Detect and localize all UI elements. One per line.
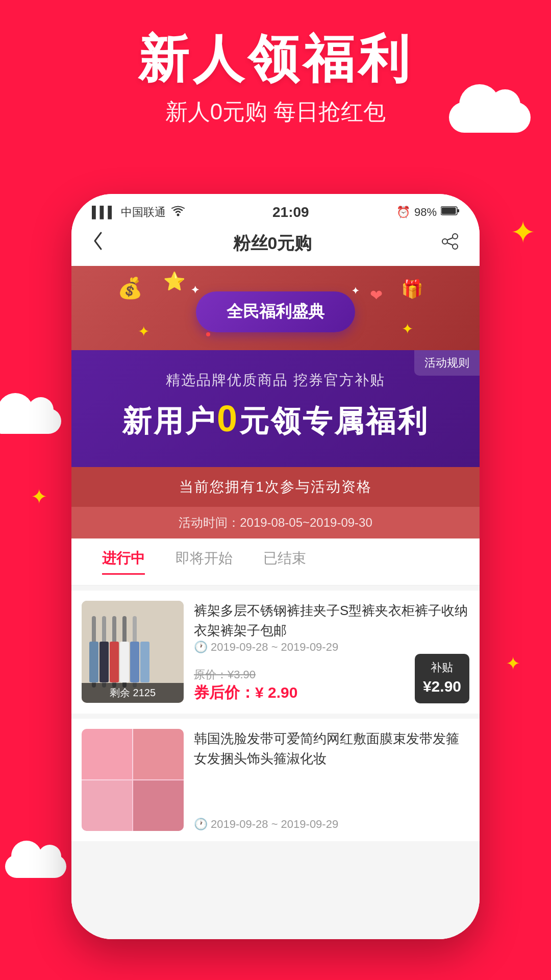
clock-icon-2: 🕐 bbox=[194, 818, 208, 831]
svg-rect-18 bbox=[120, 642, 129, 682]
women-img-cell-3 bbox=[82, 780, 132, 831]
event-badge-container: 全民福利盛典 ✦ bbox=[87, 291, 464, 332]
phone-content: 💰 ⭐ 🎁 ❤ ✦ ✦ 全民福利盛典 ✦ bbox=[71, 266, 480, 939]
hero-subtitle: 新人0元购 每日抢红包 bbox=[0, 97, 551, 127]
product-image-2 bbox=[82, 729, 184, 831]
women-img-cell-2 bbox=[133, 729, 184, 779]
svg-rect-15 bbox=[89, 642, 98, 682]
tab-ended[interactable]: 已结束 bbox=[263, 549, 306, 575]
svg-point-4 bbox=[453, 234, 458, 239]
status-time: 21:09 bbox=[272, 204, 309, 220]
original-price-1: 原价：¥3.90 bbox=[194, 667, 297, 682]
battery-percent: 98% bbox=[414, 206, 437, 219]
promo-subtitle: 精选品牌优质商品 挖券官方补贴 bbox=[92, 371, 459, 390]
phone-mockup: ▌▌▌ 中国联通 21:09 ⏰ 98% bbox=[71, 194, 480, 939]
product-card-1[interactable]: 剩余 2125 裤架多层不锈钢裤挂夹子S型裤夹衣柜裤子收纳衣架裤架子包邮 🕐 2… bbox=[71, 591, 480, 714]
svg-point-0 bbox=[177, 214, 179, 216]
status-right: ⏰ 98% bbox=[396, 206, 459, 219]
svg-rect-3 bbox=[442, 208, 456, 214]
status-bar: ▌▌▌ 中国联通 21:09 ⏰ 98% bbox=[71, 194, 480, 226]
remaining-badge-1: 剩余 2125 bbox=[82, 683, 184, 703]
product-price-row-1: 原价：¥3.90 券后价：¥ 2.90 补贴 ¥2.90 bbox=[194, 654, 469, 703]
discounted-price-1: 券后价：¥ 2.90 bbox=[194, 682, 297, 703]
sparkle-mid-right: ✦ bbox=[506, 653, 520, 674]
product-date-1: 🕐 2019-09-28 ~ 2019-09-29 bbox=[194, 641, 469, 654]
product-date-2: 🕐 2019-09-28 ~ 2019-09-29 bbox=[194, 818, 469, 831]
svg-line-8 bbox=[447, 243, 453, 245]
svg-rect-17 bbox=[110, 642, 119, 682]
product-info-2: 韩国洗脸发带可爱简约网红敷面膜束发带发箍女发捆头饰头箍淑化妆 🕐 2019-09… bbox=[194, 729, 469, 831]
signal-icon: ▌▌▌ bbox=[92, 206, 116, 219]
rules-button[interactable]: 活动规则 bbox=[414, 350, 480, 376]
svg-rect-19 bbox=[130, 642, 139, 682]
tabs-bar: 进行中 即将开始 已结束 bbox=[71, 538, 480, 585]
product-info-1: 裤架多层不锈钢裤挂夹子S型裤夹衣柜裤子收纳衣架裤架子包邮 🕐 2019-09-2… bbox=[194, 601, 469, 703]
event-banner: 💰 ⭐ 🎁 ❤ ✦ ✦ 全民福利盛典 ✦ bbox=[71, 266, 480, 350]
wifi-icon bbox=[171, 205, 185, 219]
clock-icon: 🕐 bbox=[194, 641, 208, 654]
hero-title: 新人领福利 bbox=[0, 31, 551, 87]
svg-point-6 bbox=[453, 244, 458, 249]
svg-line-7 bbox=[447, 238, 453, 240]
tab-ongoing[interactable]: 进行中 bbox=[102, 549, 145, 575]
hero-section: 新人领福利 新人0元购 每日抢红包 bbox=[0, 31, 551, 127]
cloud-bottom-left bbox=[5, 855, 66, 878]
product-title-1: 裤架多层不锈钢裤挂夹子S型裤夹衣柜裤子收纳衣架裤架子包邮 bbox=[194, 601, 469, 641]
product-card-2[interactable]: 韩国洗脸发带可爱简约网红敷面膜束发带发箍女发捆头饰头箍淑化妆 🕐 2019-09… bbox=[71, 719, 480, 841]
promo-main-text: 新用户0元领专属福利 bbox=[92, 398, 459, 442]
svg-rect-16 bbox=[99, 642, 109, 682]
women-image bbox=[82, 729, 184, 831]
women-img-cell-1 bbox=[82, 729, 132, 779]
sparkle-mid-left: ✦ bbox=[31, 485, 48, 508]
carrier-name: 中国联通 bbox=[121, 205, 166, 220]
product-image-1: 剩余 2125 bbox=[82, 601, 184, 703]
share-button[interactable] bbox=[441, 232, 459, 255]
subsidy-label-1: 补贴 bbox=[423, 660, 461, 676]
nav-bar: 粉丝0元购 bbox=[71, 226, 480, 266]
women-img-cell-4 bbox=[133, 780, 184, 831]
svg-rect-2 bbox=[457, 209, 459, 212]
banner-area: 💰 ⭐ 🎁 ❤ ✦ ✦ 全民福利盛典 ✦ bbox=[71, 266, 480, 538]
product-title-2: 韩国洗脸发带可爱简约网红敷面膜束发带发箍女发捆头饰头箍淑化妆 bbox=[194, 729, 469, 769]
qualification-bar: 当前您拥有1次参与活动资格 bbox=[71, 467, 480, 507]
sparkle-top-right: ✦ bbox=[510, 214, 536, 250]
event-badge: 全民福利盛典 ✦ bbox=[196, 291, 355, 332]
date-bar: 活动时间：2019-08-05~2019-09-30 bbox=[71, 507, 480, 538]
promo-block: 活动规则 精选品牌优质商品 挖券官方补贴 新用户0元领专属福利 bbox=[71, 350, 480, 467]
svg-point-5 bbox=[442, 239, 447, 244]
price-left-1: 原价：¥3.90 券后价：¥ 2.90 bbox=[194, 667, 297, 703]
battery-icon bbox=[441, 206, 459, 219]
subsidy-amount-1: ¥2.90 bbox=[423, 676, 461, 697]
status-left: ▌▌▌ 中国联通 bbox=[92, 205, 185, 220]
back-button[interactable] bbox=[92, 231, 104, 256]
nav-title: 粉丝0元购 bbox=[233, 232, 312, 255]
alarm-icon: ⏰ bbox=[396, 206, 410, 219]
cloud-left-mid bbox=[0, 408, 61, 434]
tab-upcoming[interactable]: 即将开始 bbox=[176, 549, 233, 575]
subsidy-button-1[interactable]: 补贴 ¥2.90 bbox=[415, 654, 469, 703]
svg-rect-20 bbox=[140, 642, 149, 682]
